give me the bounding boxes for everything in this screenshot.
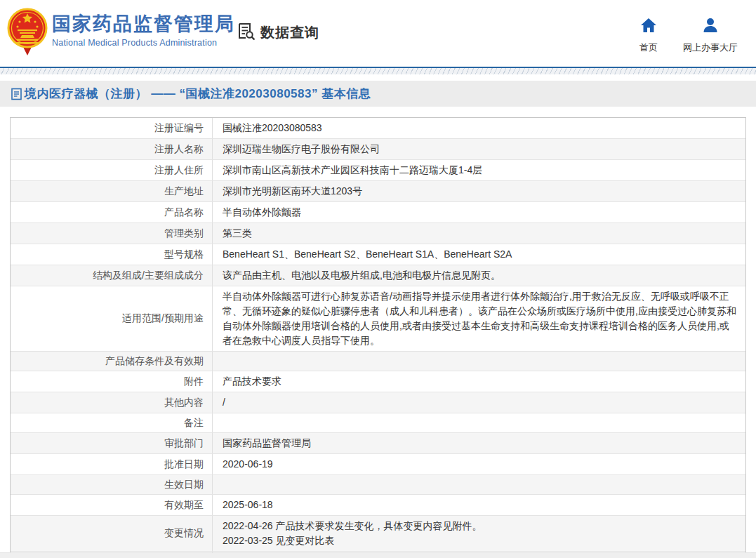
table-row: 注册人住所深圳市南山区高新技术产业园区科技南十二路迈瑞大厦1-4层 xyxy=(11,160,745,181)
row-label: 产品名称 xyxy=(11,202,213,222)
row-label: 结构及组成/主要组成成分 xyxy=(11,265,213,286)
row-value: / xyxy=(213,392,745,413)
table-row: 型号规格BeneHeart S1、BeneHeart S2、BeneHeart … xyxy=(11,244,745,265)
row-value: 半自动体外除颤器 xyxy=(213,202,745,222)
row-label: 变更情况 xyxy=(11,516,213,551)
nav-item-service-hall[interactable]: 网上办事大厅 xyxy=(683,18,738,54)
page-title-bar: 境内医疗器械（注册） —— “国械注准20203080583” 基本信息 xyxy=(0,81,756,107)
org-name-en: National Medical Products Administration xyxy=(52,38,235,48)
table-row: 注册人名称深圳迈瑞生物医疗电子股份有限公司 xyxy=(11,139,745,160)
row-label: 审批部门 xyxy=(11,433,213,453)
table-row: 管理类别第三类 xyxy=(11,223,745,244)
row-value: 国家药品监督管理局 xyxy=(213,433,745,453)
table-row: 审批部门国家药品监督管理局 xyxy=(11,433,745,454)
row-value xyxy=(213,475,745,494)
row-label: 管理类别 xyxy=(11,223,213,244)
registration-table: 注册证编号国械注准20203080583注册人名称深圳迈瑞生物医疗电子股份有限公… xyxy=(10,117,746,558)
nav-item-home[interactable]: 首页 xyxy=(639,18,658,54)
row-value: 国械注准20203080583 xyxy=(213,118,745,138)
row-value xyxy=(213,352,745,371)
row-value: 2020-06-19 xyxy=(213,454,745,474)
row-label: 适用范围/预期用途 xyxy=(11,286,213,351)
row-label: 生效日期 xyxy=(11,475,213,494)
table-row: 生效日期 xyxy=(11,475,745,495)
row-value: 深圳市南山区高新技术产业园区科技南十二路迈瑞大厦1-4层 xyxy=(213,160,745,180)
table-row: 备注 xyxy=(11,413,745,433)
row-label: 注册人名称 xyxy=(11,139,213,159)
org-title-block: 国家药品监督管理局 National Medical Products Admi… xyxy=(52,13,235,48)
row-label: 产品储存条件及有效期 xyxy=(11,352,213,371)
page-title: 境内医疗器械（注册） —— “国械注准20203080583” 基本信息 xyxy=(25,86,371,102)
table-row: 适用范围/预期用途半自动体外除颤器可进行心肺复苏语音/动画指导并提示使用者进行体… xyxy=(11,286,745,352)
top-nav: 首页 网上办事大厅 xyxy=(639,18,738,54)
table-row: 产品储存条件及有效期 xyxy=(11,352,745,371)
row-value: 2025-06-18 xyxy=(213,495,745,515)
table-row: 批准日期2020-06-19 xyxy=(11,454,745,475)
home-icon xyxy=(640,18,657,36)
table-row: 产品名称半自动体外除颤器 xyxy=(11,202,745,223)
data-query-nav[interactable]: 数据查询 xyxy=(237,22,319,44)
table-row: 结构及组成/主要组成成分该产品由主机、电池以及电极片组成,电池和电极片信息见附页… xyxy=(11,265,745,286)
row-label: 批准日期 xyxy=(11,454,213,474)
user-icon xyxy=(702,18,719,36)
row-value: 深圳迈瑞生物医疗电子股份有限公司 xyxy=(213,139,745,159)
national-emblem-logo xyxy=(7,6,48,58)
row-value xyxy=(213,413,745,432)
row-label: 其他内容 xyxy=(11,392,213,413)
row-value-line: 2022-03-25 见变更对比表 xyxy=(223,533,737,548)
row-value: 半自动体外除颤器可进行心肺复苏语音/动画指导并提示使用者进行体外除颤治疗,用于救… xyxy=(213,286,745,351)
table-row: 生产地址深圳市光明新区南环大道1203号 xyxy=(11,181,745,202)
row-label: 生产地址 xyxy=(11,181,213,201)
row-value: 2022-04-26 产品技术要求发生变化，具体变更内容见附件。2022-03-… xyxy=(213,516,745,551)
row-label: 型号规格 xyxy=(11,244,213,265)
data-query-label: 数据查询 xyxy=(260,23,319,42)
row-value: 深圳市光明新区南环大道1203号 xyxy=(213,181,745,201)
data-query-icon xyxy=(237,22,256,44)
table-row: 变更情况2022-04-26 产品技术要求发生变化，具体变更内容见附件。2022… xyxy=(11,516,745,552)
row-value: 产品技术要求 xyxy=(213,371,745,392)
table-row: 注册证编号国械注准20203080583 xyxy=(11,118,745,139)
site-header: 国家药品监督管理局 National Medical Products Admi… xyxy=(0,0,756,67)
row-label: 注册证编号 xyxy=(11,118,213,138)
row-value: 第三类 xyxy=(213,223,745,244)
table-row: 附件产品技术要求 xyxy=(11,371,745,392)
row-label: 附件 xyxy=(11,371,213,392)
row-value: 该产品由主机、电池以及电极片组成,电池和电极片信息见附页。 xyxy=(213,265,745,286)
footer-strip xyxy=(0,552,756,558)
hatch-pattern-band xyxy=(0,68,756,74)
org-name-cn: 国家药品监督管理局 xyxy=(52,13,235,35)
row-value: BeneHeart S1、BeneHeart S2、BeneHeart S1A、… xyxy=(213,244,745,265)
row-label: 注册人住所 xyxy=(11,160,213,180)
nav-home-label: 首页 xyxy=(639,41,658,54)
nav-service-hall-label: 网上办事大厅 xyxy=(683,41,738,54)
row-label: 备注 xyxy=(11,413,213,432)
table-row: 其他内容/ xyxy=(11,392,745,413)
table-row: 有效期至2025-06-18 xyxy=(11,495,745,516)
row-value-line: 2022-04-26 产品技术要求发生变化，具体变更内容见附件。 xyxy=(223,519,737,533)
document-icon xyxy=(11,87,22,101)
row-label: 有效期至 xyxy=(11,495,213,515)
